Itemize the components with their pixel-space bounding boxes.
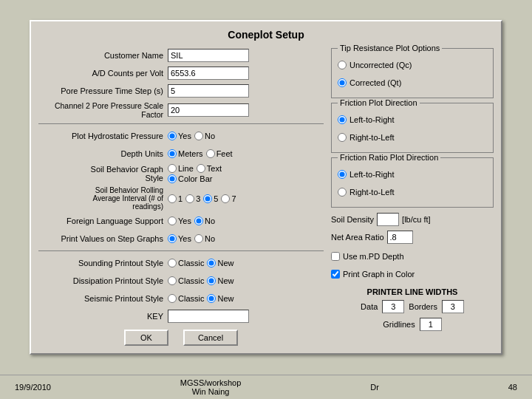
friction-rl-text: Right-to-Left — [349, 133, 395, 142]
seismic-classic-label[interactable]: Classic — [168, 294, 204, 303]
borders-label: Borders — [409, 302, 437, 311]
soil-density-row: Soil Density [lb/cu ft] — [331, 212, 494, 227]
friction-lr-label[interactable]: Left-to-Right — [338, 115, 395, 124]
soil-density-unit: [lb/cu ft] — [402, 215, 431, 224]
foreign-yes-radio[interactable] — [168, 216, 177, 225]
dissipation-classic-label[interactable]: Classic — [168, 276, 204, 285]
line-radio[interactable] — [168, 164, 177, 173]
depth-units-radio-group: Meters Feet — [168, 149, 233, 158]
rolling-5-label[interactable]: 5 — [203, 194, 218, 203]
rolling-1-label[interactable]: 1 — [168, 194, 183, 203]
ad-counts-input[interactable] — [168, 66, 249, 80]
colorbar-label[interactable]: Color Bar — [168, 174, 212, 183]
rolling-average-row: Soil Behavior RollingAverage Interval (#… — [38, 186, 324, 211]
dissipation-new-radio[interactable] — [207, 276, 216, 285]
seismic-new-radio[interactable] — [207, 294, 216, 303]
ratio-lr-text: Left-to-Right — [349, 170, 395, 179]
print-no-radio[interactable] — [194, 234, 203, 243]
print-values-radio-group: Yes No — [168, 234, 215, 243]
hydrostatic-yes-label[interactable]: Yes — [168, 132, 191, 140]
foreign-language-radio-group: Yes No — [168, 216, 215, 225]
dissipation-new-label[interactable]: New — [207, 276, 233, 285]
tip-resistance-title: Tip Resistance Plot Options — [338, 44, 442, 52]
print-values-row: Print Values on Step Graphs Yes No — [38, 231, 324, 246]
friction-rl-radio[interactable] — [338, 133, 347, 142]
soil-density-label: Soil Density — [331, 215, 374, 224]
dialog-title: Coneplot Setup — [38, 29, 494, 41]
rolling-average-label: Soil Behavior RollingAverage Interval (#… — [38, 186, 168, 211]
print-color-row: Print Graph in Color — [331, 267, 494, 282]
feet-radio[interactable] — [206, 149, 215, 158]
rolling-average-radio-group: 1 3 5 7 — [168, 194, 236, 203]
friction-lr-radio[interactable] — [338, 115, 347, 124]
ratio-rl-label[interactable]: Right-to-Left — [338, 188, 395, 197]
seismic-new-label[interactable]: New — [207, 294, 233, 303]
foreign-no-radio[interactable] — [194, 216, 203, 225]
net-area-ratio-input[interactable] — [387, 231, 413, 244]
rolling-1-radio[interactable] — [168, 194, 177, 203]
foreign-language-row: Foreign Language Support Yes No — [38, 214, 324, 228]
hydrostatic-no-label[interactable]: No — [194, 132, 215, 140]
ratio-lr-radio[interactable] — [338, 170, 347, 179]
ok-button[interactable]: OK — [124, 330, 168, 346]
use-mpd-label[interactable]: Use m.PD Depth — [331, 252, 404, 261]
ratio-rl-radio[interactable] — [338, 188, 347, 197]
key-input[interactable] — [168, 310, 249, 323]
line-label[interactable]: Line — [168, 164, 194, 173]
rolling-7-label[interactable]: 7 — [221, 194, 236, 203]
colorbar-radio[interactable] — [168, 174, 177, 183]
print-color-text: Print Graph in Color — [343, 270, 415, 279]
borders-input[interactable] — [442, 300, 464, 313]
rolling-3-label[interactable]: 3 — [185, 194, 200, 203]
text-radio[interactable] — [197, 164, 205, 173]
sounding-classic-radio[interactable] — [168, 259, 177, 267]
text-label[interactable]: Text — [197, 164, 222, 173]
cancel-button[interactable]: Cancel — [183, 330, 238, 346]
print-color-checkbox[interactable] — [331, 270, 340, 279]
buttons-row: OK Cancel — [38, 330, 324, 346]
pore-pressure-input[interactable] — [168, 84, 249, 98]
hydrostatic-row: Plot Hydrostatic Pressure Yes No — [38, 129, 324, 143]
print-yes-label[interactable]: Yes — [168, 234, 191, 243]
rolling-7-radio[interactable] — [221, 194, 230, 203]
ratio-rl-row: Right-to-Left — [338, 185, 487, 200]
foreign-language-label: Foreign Language Support — [38, 216, 168, 225]
seismic-classic-radio[interactable] — [168, 294, 177, 303]
footer-page: 48 — [508, 383, 517, 392]
use-mpd-row: Use m.PD Depth — [331, 249, 494, 264]
print-yes-radio[interactable] — [168, 234, 177, 243]
use-mpd-checkbox[interactable] — [331, 252, 340, 261]
sounding-new-label[interactable]: New — [207, 259, 233, 267]
soil-behavior-row: Soil Behavior GraphStyle Line Text Color… — [38, 164, 324, 183]
sounding-classic-label[interactable]: Classic — [168, 259, 204, 267]
hydrostatic-yes-radio[interactable] — [168, 132, 177, 140]
ratio-lr-label[interactable]: Left-to-Right — [338, 170, 395, 179]
uncorrected-radio[interactable] — [338, 61, 347, 69]
friction-rl-label[interactable]: Right-to-Left — [338, 133, 395, 142]
customer-name-input[interactable] — [168, 49, 249, 62]
corrected-label[interactable]: Corrected (Qt) — [338, 78, 401, 87]
foreign-no-label[interactable]: No — [194, 216, 215, 225]
foreign-yes-label[interactable]: Yes — [168, 216, 191, 225]
print-no-label[interactable]: No — [194, 234, 215, 243]
corrected-radio[interactable] — [338, 78, 347, 87]
dissipation-classic-radio[interactable] — [168, 276, 177, 285]
meters-label[interactable]: Meters — [168, 149, 203, 158]
print-color-label[interactable]: Print Graph in Color — [331, 270, 415, 279]
depth-units-row: Depth Units Meters Feet — [38, 146, 324, 161]
uncorrected-label[interactable]: Uncorrected (Qc) — [338, 61, 412, 69]
key-row: KEY — [38, 309, 324, 324]
rolling-3-radio[interactable] — [185, 194, 194, 203]
sounding-new-radio[interactable] — [207, 259, 216, 267]
ad-counts-label: A/D Counts per Volt — [38, 69, 168, 78]
sounding-row: Sounding Printout Style Classic New — [38, 256, 324, 270]
rolling-5-radio[interactable] — [203, 194, 212, 203]
channel2-input[interactable] — [168, 103, 249, 117]
data-input[interactable] — [382, 300, 404, 313]
meters-radio[interactable] — [168, 149, 177, 158]
footer: 19/9/2010 MGSS/workshop Win Naing Dr 48 — [0, 375, 532, 399]
gridlines-input[interactable] — [420, 318, 442, 331]
soil-density-input[interactable] — [377, 213, 399, 226]
feet-label[interactable]: Feet — [206, 149, 233, 158]
hydrostatic-no-radio[interactable] — [194, 132, 203, 140]
